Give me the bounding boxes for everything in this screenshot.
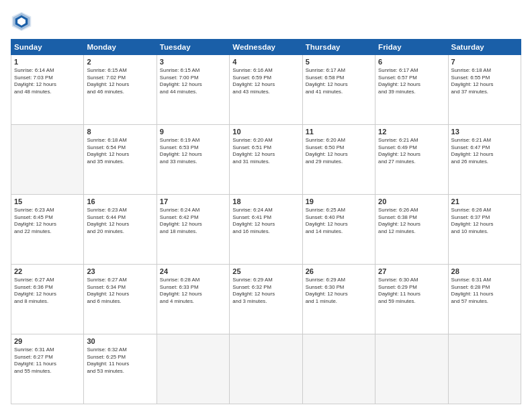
calendar-cell: 17Sunrise: 6:24 AM Sunset: 6:42 PM Dayli… <box>157 195 229 265</box>
day-number: 20 <box>378 197 445 205</box>
calendar-table: SundayMondayTuesdayWednesdayThursdayFrid… <box>11 39 521 404</box>
cell-sun-info: Sunrise: 6:17 AM Sunset: 6:57 PM Dayligh… <box>378 67 445 95</box>
calendar-cell: 24Sunrise: 6:28 AM Sunset: 6:33 PM Dayli… <box>157 265 229 334</box>
day-number: 2 <box>87 58 153 66</box>
cell-sun-info: Sunrise: 6:31 AM Sunset: 6:28 PM Dayligh… <box>451 277 518 305</box>
weekday-header: Saturday <box>448 40 521 55</box>
calendar-cell <box>230 334 302 404</box>
calendar-cell: 9Sunrise: 6:19 AM Sunset: 6:53 PM Daylig… <box>157 125 229 195</box>
day-number: 10 <box>232 128 299 136</box>
day-number: 9 <box>160 128 226 136</box>
calendar-cell: 26Sunrise: 6:29 AM Sunset: 6:30 PM Dayli… <box>302 265 375 334</box>
calendar-cell: 23Sunrise: 6:27 AM Sunset: 6:34 PM Dayli… <box>84 265 157 334</box>
weekday-header: Tuesday <box>157 40 229 55</box>
cell-sun-info: Sunrise: 6:27 AM Sunset: 6:36 PM Dayligh… <box>14 277 81 305</box>
day-number: 4 <box>232 58 299 66</box>
day-number: 7 <box>451 58 518 66</box>
calendar-week-row: 29Sunrise: 6:31 AM Sunset: 6:27 PM Dayli… <box>11 334 521 404</box>
calendar-cell: 8Sunrise: 6:18 AM Sunset: 6:54 PM Daylig… <box>84 125 157 195</box>
calendar-week-row: 8Sunrise: 6:18 AM Sunset: 6:54 PM Daylig… <box>11 125 521 195</box>
calendar-cell: 11Sunrise: 6:20 AM Sunset: 6:50 PM Dayli… <box>302 125 375 195</box>
day-number: 11 <box>306 128 372 136</box>
cell-sun-info: Sunrise: 6:15 AM Sunset: 7:02 PM Dayligh… <box>87 67 153 95</box>
calendar-header-row: SundayMondayTuesdayWednesdayThursdayFrid… <box>11 40 521 55</box>
day-number: 12 <box>378 128 445 136</box>
day-number: 17 <box>160 197 226 205</box>
cell-sun-info: Sunrise: 6:17 AM Sunset: 6:58 PM Dayligh… <box>306 67 372 95</box>
page: SundayMondayTuesdayWednesdayThursdayFrid… <box>0 0 532 411</box>
calendar-week-row: 1Sunrise: 6:14 AM Sunset: 7:03 PM Daylig… <box>11 55 521 125</box>
calendar-cell <box>375 334 448 404</box>
calendar-cell <box>157 334 229 404</box>
cell-sun-info: Sunrise: 6:18 AM Sunset: 6:54 PM Dayligh… <box>87 137 153 165</box>
cell-sun-info: Sunrise: 6:23 AM Sunset: 6:45 PM Dayligh… <box>14 207 81 235</box>
cell-sun-info: Sunrise: 6:15 AM Sunset: 7:00 PM Dayligh… <box>160 67 226 95</box>
cell-sun-info: Sunrise: 6:26 AM Sunset: 6:38 PM Dayligh… <box>378 207 445 235</box>
day-number: 29 <box>14 337 81 345</box>
day-number: 5 <box>306 58 372 66</box>
calendar-cell: 27Sunrise: 6:30 AM Sunset: 6:29 PM Dayli… <box>375 265 448 334</box>
calendar-cell: 21Sunrise: 6:26 AM Sunset: 6:37 PM Dayli… <box>448 195 521 265</box>
calendar-cell: 12Sunrise: 6:21 AM Sunset: 6:49 PM Dayli… <box>375 125 448 195</box>
cell-sun-info: Sunrise: 6:32 AM Sunset: 6:25 PM Dayligh… <box>87 347 153 375</box>
day-number: 19 <box>306 197 372 205</box>
calendar-week-row: 15Sunrise: 6:23 AM Sunset: 6:45 PM Dayli… <box>11 195 521 265</box>
logo <box>11 11 35 32</box>
day-number: 21 <box>451 197 518 205</box>
day-number: 30 <box>87 337 153 345</box>
calendar-cell <box>448 334 521 404</box>
weekday-header: Thursday <box>302 40 375 55</box>
day-number: 27 <box>378 267 445 275</box>
calendar-cell: 20Sunrise: 6:26 AM Sunset: 6:38 PM Dayli… <box>375 195 448 265</box>
calendar-cell: 25Sunrise: 6:29 AM Sunset: 6:32 PM Dayli… <box>230 265 302 334</box>
day-number: 6 <box>378 58 445 66</box>
day-number: 24 <box>160 267 226 275</box>
day-number: 16 <box>87 197 153 205</box>
day-number: 13 <box>451 128 518 136</box>
cell-sun-info: Sunrise: 6:31 AM Sunset: 6:27 PM Dayligh… <box>14 347 81 375</box>
calendar-cell: 18Sunrise: 6:24 AM Sunset: 6:41 PM Dayli… <box>230 195 302 265</box>
day-number: 3 <box>160 58 226 66</box>
header <box>11 11 521 32</box>
day-number: 25 <box>232 267 299 275</box>
day-number: 28 <box>451 267 518 275</box>
calendar-cell: 5Sunrise: 6:17 AM Sunset: 6:58 PM Daylig… <box>302 55 375 125</box>
cell-sun-info: Sunrise: 6:21 AM Sunset: 6:47 PM Dayligh… <box>451 137 518 165</box>
cell-sun-info: Sunrise: 6:19 AM Sunset: 6:53 PM Dayligh… <box>160 137 226 165</box>
calendar-cell: 3Sunrise: 6:15 AM Sunset: 7:00 PM Daylig… <box>157 55 229 125</box>
cell-sun-info: Sunrise: 6:24 AM Sunset: 6:42 PM Dayligh… <box>160 207 226 235</box>
weekday-header: Friday <box>375 40 448 55</box>
calendar-cell: 19Sunrise: 6:25 AM Sunset: 6:40 PM Dayli… <box>302 195 375 265</box>
cell-sun-info: Sunrise: 6:23 AM Sunset: 6:44 PM Dayligh… <box>87 207 153 235</box>
cell-sun-info: Sunrise: 6:29 AM Sunset: 6:30 PM Dayligh… <box>306 277 372 305</box>
day-number: 8 <box>87 128 153 136</box>
weekday-header: Sunday <box>11 40 84 55</box>
weekday-header: Monday <box>84 40 157 55</box>
logo-icon <box>11 11 32 32</box>
calendar-cell: 10Sunrise: 6:20 AM Sunset: 6:51 PM Dayli… <box>230 125 302 195</box>
cell-sun-info: Sunrise: 6:16 AM Sunset: 6:59 PM Dayligh… <box>232 67 299 95</box>
calendar-cell: 30Sunrise: 6:32 AM Sunset: 6:25 PM Dayli… <box>84 334 157 404</box>
calendar-cell <box>11 125 84 195</box>
day-number: 26 <box>306 267 372 275</box>
calendar-body: 1Sunrise: 6:14 AM Sunset: 7:03 PM Daylig… <box>11 55 521 404</box>
cell-sun-info: Sunrise: 6:14 AM Sunset: 7:03 PM Dayligh… <box>14 67 81 95</box>
cell-sun-info: Sunrise: 6:20 AM Sunset: 6:51 PM Dayligh… <box>232 137 299 165</box>
calendar-cell: 2Sunrise: 6:15 AM Sunset: 7:02 PM Daylig… <box>84 55 157 125</box>
cell-sun-info: Sunrise: 6:21 AM Sunset: 6:49 PM Dayligh… <box>378 137 445 165</box>
calendar-cell: 22Sunrise: 6:27 AM Sunset: 6:36 PM Dayli… <box>11 265 84 334</box>
day-number: 15 <box>14 197 81 205</box>
cell-sun-info: Sunrise: 6:25 AM Sunset: 6:40 PM Dayligh… <box>306 207 372 235</box>
cell-sun-info: Sunrise: 6:18 AM Sunset: 6:55 PM Dayligh… <box>451 67 518 95</box>
calendar-cell: 29Sunrise: 6:31 AM Sunset: 6:27 PM Dayli… <box>11 334 84 404</box>
calendar-cell: 6Sunrise: 6:17 AM Sunset: 6:57 PM Daylig… <box>375 55 448 125</box>
cell-sun-info: Sunrise: 6:24 AM Sunset: 6:41 PM Dayligh… <box>232 207 299 235</box>
cell-sun-info: Sunrise: 6:30 AM Sunset: 6:29 PM Dayligh… <box>378 277 445 305</box>
calendar-cell: 28Sunrise: 6:31 AM Sunset: 6:28 PM Dayli… <box>448 265 521 334</box>
cell-sun-info: Sunrise: 6:26 AM Sunset: 6:37 PM Dayligh… <box>451 207 518 235</box>
cell-sun-info: Sunrise: 6:27 AM Sunset: 6:34 PM Dayligh… <box>87 277 153 305</box>
cell-sun-info: Sunrise: 6:29 AM Sunset: 6:32 PM Dayligh… <box>232 277 299 305</box>
cell-sun-info: Sunrise: 6:20 AM Sunset: 6:50 PM Dayligh… <box>306 137 372 165</box>
calendar-cell <box>302 334 375 404</box>
day-number: 22 <box>14 267 81 275</box>
